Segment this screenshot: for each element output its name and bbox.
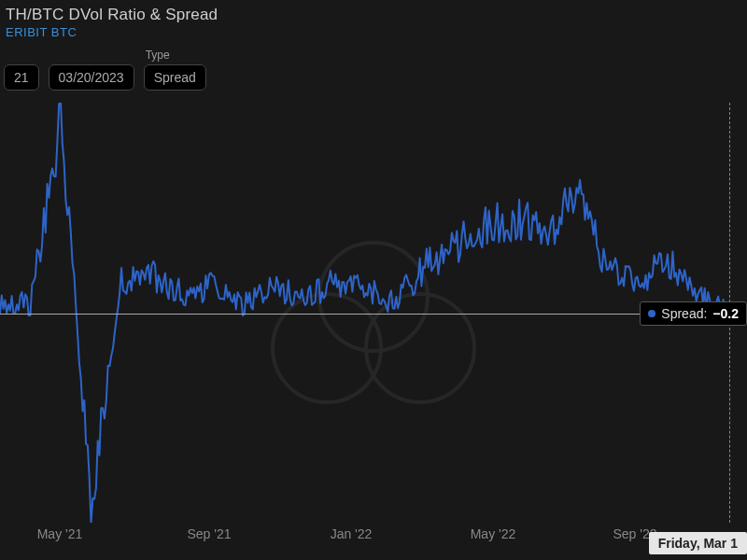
tooltip-label: Spread: — [661, 306, 707, 321]
chart-panel: TH/BTC DVol Ratio & Spread ERIBIT BTC 21… — [0, 0, 747, 560]
controls-row: 21 03/20/2023 Type Spread — [0, 41, 747, 91]
crosshair-date-flag: Friday, Mar 1 — [649, 532, 747, 554]
type-group: Type Spread — [144, 49, 206, 91]
value-tooltip: Spread: −0.2 — [640, 301, 747, 326]
x-tick: May '22 — [471, 526, 516, 541]
x-axis: May '21Sep '21Jan '22May '22Sep '22 — [0, 526, 747, 551]
chart-plot-area[interactable]: Spread: −0.2 — [0, 103, 747, 523]
date-start-group: 21 — [4, 64, 39, 91]
chart-subtitle: ERIBIT BTC — [6, 25, 741, 39]
date-end-group: 03/20/2023 — [49, 64, 134, 91]
zero-baseline — [0, 314, 747, 315]
type-selector[interactable]: Spread — [144, 64, 206, 91]
date-start-picker[interactable]: 21 — [4, 64, 39, 91]
chart-header: TH/BTC DVol Ratio & Spread ERIBIT BTC — [0, 0, 747, 41]
date-end-picker[interactable]: 03/20/2023 — [49, 64, 134, 91]
tooltip-value: −0.2 — [712, 306, 739, 321]
type-label: Type — [144, 49, 206, 62]
x-tick: Jan '22 — [331, 526, 373, 541]
series-dot-icon — [648, 310, 655, 317]
x-tick: May '21 — [37, 526, 83, 541]
x-tick: Sep '21 — [187, 526, 231, 541]
chart-title: TH/BTC DVol Ratio & Spread — [6, 6, 741, 24]
